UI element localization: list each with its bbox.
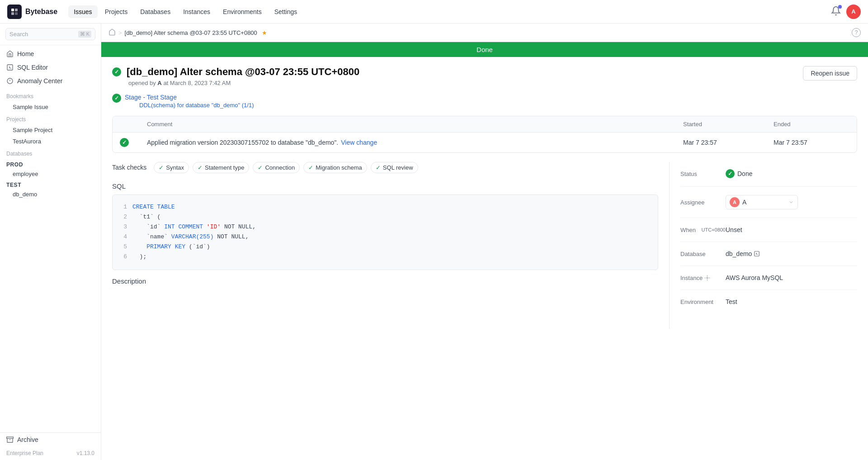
- search-placeholder: Search: [9, 31, 28, 38]
- instance-label: Instance: [680, 275, 726, 281]
- search-kbd: ⌘ K: [78, 31, 91, 38]
- issue-header: [db_demo] Alter schema @03-07 23:55 UTC+…: [101, 57, 868, 94]
- sidebar-db-prod: Prod: [0, 159, 101, 169]
- projects-label: Projects: [0, 113, 101, 124]
- sidebar-search-area: Search ⌘ K: [0, 24, 101, 45]
- table-row: Applied migration version 20230307155702…: [113, 133, 857, 152]
- archive-icon: [6, 436, 14, 443]
- stage-section: Stage - Test Stage DDL(schema) for datab…: [101, 94, 868, 116]
- nav-databases[interactable]: Databases: [135, 5, 176, 18]
- assignee-avatar: A: [730, 197, 740, 207]
- issue-title-area: [db_demo] Alter schema @03-07 23:55 UTC+…: [112, 66, 359, 78]
- sql-line-4: 4 `name` VARCHAR(255) NOT NULL,: [120, 232, 651, 242]
- home-icon: [6, 50, 14, 57]
- sidebar-item-archive[interactable]: Archive: [0, 433, 101, 446]
- db-external-link-icon: [754, 251, 760, 257]
- migration-schema-check-icon: ✓: [308, 164, 313, 171]
- sidebar-footer: Enterprise Plan v1.13.0: [0, 446, 101, 460]
- row-ended: Mar 7 23:57: [766, 133, 857, 152]
- reopen-button[interactable]: Reopen issue: [803, 66, 857, 81]
- checks-row: ✓ Syntax ✓ Statement type ✓ Connection: [154, 162, 418, 173]
- sidebar-sample-issue[interactable]: Sample Issue: [0, 101, 101, 113]
- database-label: Database: [680, 251, 726, 257]
- connection-check-icon: ✓: [258, 164, 263, 171]
- sidebar-bottom: Archive Enterprise Plan v1.13.0: [0, 432, 101, 460]
- breadcrumb-current: [db_demo] Alter schema @03-07 23:55 UTC+…: [125, 29, 257, 36]
- bell-dot: [838, 5, 842, 9]
- search-box[interactable]: Search ⌘ K: [5, 28, 95, 40]
- issue-title: [db_demo] Alter schema @03-07 23:55 UTC+…: [127, 66, 359, 78]
- environment-label: Environment: [680, 299, 726, 305]
- assignee-label: Assignee: [680, 199, 726, 206]
- row-started: Mar 7 23:57: [676, 133, 766, 152]
- nav-environments[interactable]: Environments: [217, 5, 267, 18]
- sidebar-db-employee[interactable]: employee: [0, 169, 101, 179]
- chevron-down-icon: [788, 199, 794, 205]
- instance-value: AWS Aurora MySQL: [726, 274, 783, 281]
- status-value: Done: [726, 169, 752, 178]
- app-name: Bytebase: [25, 8, 57, 16]
- svg-rect-1: [15, 9, 18, 11]
- databases-label: Databases: [0, 147, 101, 159]
- nav-issues[interactable]: Issues: [68, 5, 97, 18]
- sidebar-db-db_demo[interactable]: db_demo: [0, 189, 101, 199]
- row-status-icon: [113, 133, 140, 152]
- status-done-icon: [726, 169, 735, 178]
- row-comment: Applied migration version 20230307155702…: [140, 133, 676, 152]
- svg-point-14: [707, 277, 708, 278]
- issue-status-icon: [112, 67, 121, 76]
- check-statement-type: ✓ Statement type: [193, 162, 249, 173]
- stage-subtitle[interactable]: DDL(schema) for database "db_demo" (1/1): [139, 102, 254, 109]
- nav-settings[interactable]: Settings: [269, 5, 303, 18]
- sql-label: SQL: [112, 182, 658, 190]
- check-migration-schema: ✓ Migration schema: [303, 162, 367, 173]
- instance-icon: [704, 275, 710, 281]
- status-label: Status: [680, 171, 726, 177]
- sql-line-2: 2 `t1` (: [120, 212, 651, 222]
- anomaly-icon: [6, 77, 14, 85]
- logo-icon: [7, 5, 22, 19]
- sql-line-1: 1 CREATE TABLE: [120, 202, 651, 212]
- sidebar-sample-project[interactable]: Sample Project: [0, 124, 101, 136]
- environment-row: Environment Test: [680, 298, 857, 313]
- sidebar-test-aurora[interactable]: TestAurora: [0, 136, 101, 147]
- nav-instances[interactable]: Instances: [178, 5, 216, 18]
- col-status: [113, 116, 140, 132]
- svg-rect-3: [15, 12, 18, 15]
- sidebar-item-anomaly-center[interactable]: Anomaly Center: [0, 74, 101, 88]
- sidebar-db-test: Test: [0, 179, 101, 189]
- view-change-link[interactable]: View change: [341, 139, 377, 146]
- stage-title[interactable]: Stage - Test Stage: [125, 94, 254, 101]
- when-label: When UTC+0800: [680, 227, 726, 233]
- check-syntax: ✓ Syntax: [154, 162, 189, 173]
- nav-items: Issues Projects Databases Instances Envi…: [68, 5, 831, 18]
- bell-icon[interactable]: [831, 6, 841, 17]
- sidebar-item-home[interactable]: Home: [0, 47, 101, 61]
- help-icon[interactable]: ?: [852, 28, 861, 37]
- sidebar-item-sql-editor[interactable]: SQL Editor: [0, 61, 101, 74]
- nav-projects[interactable]: Projects: [99, 5, 133, 18]
- breadcrumb-star[interactable]: ★: [262, 29, 267, 36]
- breadcrumb-home[interactable]: [108, 28, 116, 37]
- assignee-select[interactable]: A A: [726, 195, 798, 209]
- status-banner: Done: [101, 42, 868, 57]
- table-header: Comment Started Ended: [113, 116, 857, 133]
- sql-editor-icon: [6, 64, 14, 71]
- statement-type-check-icon: ✓: [198, 164, 203, 171]
- col-left: Task checks ✓ Syntax ✓ Statement type ✓: [101, 162, 669, 329]
- col-comment: Comment: [140, 116, 676, 132]
- database-row: Database db_demo: [680, 250, 857, 266]
- status-row: Status Done: [680, 169, 857, 187]
- sql-review-check-icon: ✓: [376, 164, 381, 171]
- breadcrumb: > [db_demo] Alter schema @03-07 23:55 UT…: [101, 24, 868, 42]
- logo[interactable]: Bytebase: [7, 5, 57, 19]
- sidebar-main-section: Home SQL Editor Anomaly Center: [0, 45, 101, 90]
- when-info-icon: [698, 227, 698, 233]
- svg-rect-0: [11, 9, 14, 11]
- environment-value: Test: [726, 298, 737, 305]
- sql-line-5: 5 PRIMARY KEY (`id`): [120, 242, 651, 252]
- sidebar-archive-label: Archive: [17, 436, 38, 443]
- user-avatar[interactable]: A: [846, 5, 861, 19]
- issue-meta: opened by A at March 8, 2023 7:42 AM: [128, 80, 359, 86]
- when-row: When UTC+0800 Unset: [680, 226, 857, 242]
